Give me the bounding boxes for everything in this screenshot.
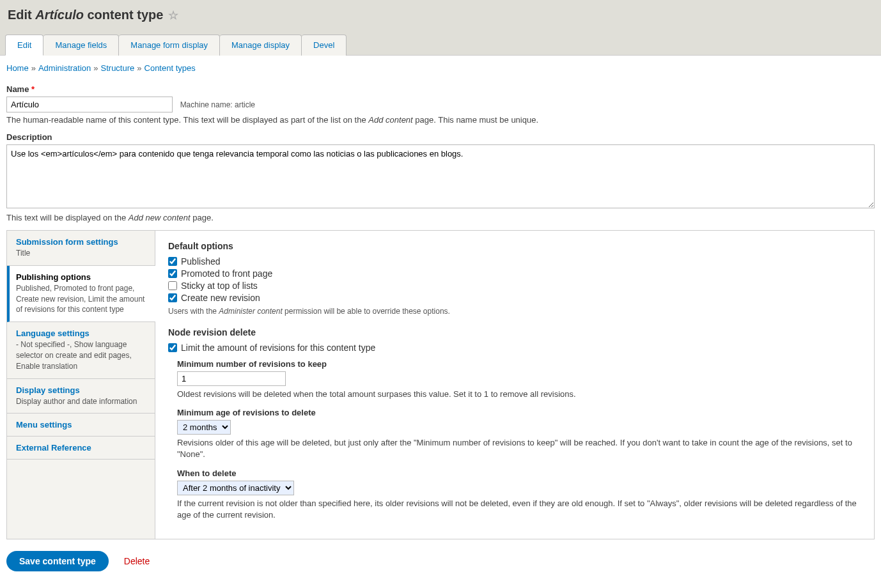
when-delete-label: When to delete [177, 468, 861, 478]
vtab-external-reference[interactable]: External Reference [7, 437, 155, 460]
option-label: Sticky at top of lists [181, 281, 258, 291]
description-textarea[interactable] [6, 144, 875, 208]
page-title-em: Artículo [35, 8, 84, 22]
description-label: Description [6, 132, 875, 142]
option-label: Create new revision [181, 293, 260, 303]
breadcrumb-separator: » [31, 63, 36, 73]
save-button[interactable]: Save content type [6, 551, 109, 571]
vtab-summary: Display author and date information [16, 396, 146, 407]
page-title: Edit Artículo content type ☆ [5, 5, 876, 34]
tab-manage-display[interactable]: Manage display [220, 35, 302, 56]
breadcrumb-link[interactable]: Administration [38, 63, 91, 73]
vtab-language-settings[interactable]: Language settings- Not specified -, Show… [7, 322, 155, 378]
option-published-checkbox[interactable] [168, 257, 177, 266]
vtab-summary: Title [16, 248, 146, 259]
when-delete-desc: If the current revision is not older tha… [177, 498, 861, 521]
default-options-help: Users with the Administer content permis… [168, 307, 861, 316]
tab-manage-fields[interactable]: Manage fields [43, 35, 119, 56]
breadcrumb-separator: » [137, 63, 141, 73]
min-keep-label: Minimum number of revisions to keep [177, 359, 861, 369]
vtab-summary: Published, Promoted to front page, Creat… [16, 283, 146, 315]
vtab-menu-settings[interactable]: Menu settings [7, 414, 155, 437]
min-age-select[interactable]: 2 months [177, 420, 231, 435]
name-description: The human-readable name of this content … [6, 115, 875, 125]
limit-revisions-label: Limit the amount of revisions for this c… [181, 343, 375, 353]
breadcrumb: Home»Administration»Structure»Content ty… [6, 63, 875, 73]
vtab-display-settings[interactable]: Display settingsDisplay author and date … [7, 379, 155, 414]
vtab-submission-form-settings[interactable]: Submission form settingsTitle [7, 231, 155, 266]
name-input[interactable] [6, 97, 173, 112]
breadcrumb-link[interactable]: Structure [101, 63, 135, 73]
tab-devel[interactable]: Devel [302, 35, 347, 56]
breadcrumb-separator: » [93, 63, 98, 73]
description-help: This text will be displayed on the Add n… [6, 213, 875, 222]
option-promoted-to-front-page-checkbox[interactable] [168, 269, 177, 278]
star-icon[interactable]: ☆ [168, 8, 178, 22]
min-age-desc: Revisions older of this age will be dele… [177, 437, 861, 460]
vertical-tabs: Submission form settingsTitlePublishing … [6, 230, 875, 539]
vertical-tabs-menu: Submission form settingsTitlePublishing … [7, 231, 155, 539]
node-revision-delete-legend: Node revision delete [168, 327, 861, 337]
vtab-publishing-options[interactable]: Publishing optionsPublished, Promoted to… [7, 266, 155, 322]
breadcrumb-link[interactable]: Home [6, 63, 29, 73]
option-label: Promoted to front page [181, 268, 272, 279]
vertical-tabs-content: Default options PublishedPromoted to fro… [155, 231, 874, 539]
vtab-title: Menu settings [16, 420, 146, 429]
option-create-new-revision-checkbox[interactable] [168, 293, 177, 302]
page-title-suffix: content type [87, 8, 163, 22]
vtab-title: Language settings [16, 329, 146, 338]
tab-manage-form-display[interactable]: Manage form display [119, 35, 220, 56]
min-keep-input[interactable] [177, 371, 286, 386]
default-options-legend: Default options [168, 241, 861, 251]
option-label: Published [181, 256, 221, 267]
name-label: Name * [6, 84, 875, 94]
page-title-prefix: Edit [8, 8, 32, 22]
vtab-title: Publishing options [16, 272, 146, 282]
vtab-title: Display settings [16, 385, 146, 395]
when-delete-select[interactable]: After 2 months of inactivity [177, 481, 294, 495]
vtab-summary: - Not specified -, Show language selecto… [16, 339, 146, 371]
option-sticky-at-top-of-lists-checkbox[interactable] [168, 281, 177, 290]
vtab-title: Submission form settings [16, 237, 146, 247]
min-age-label: Minimum age of revisions to delete [177, 408, 861, 417]
vtab-title: External Reference [16, 443, 146, 453]
breadcrumb-link[interactable]: Content types [144, 63, 196, 73]
limit-revisions-checkbox[interactable] [168, 343, 177, 352]
machine-name-label: Machine name: article [180, 100, 255, 109]
primary-tabs: EditManage fieldsManage form displayMana… [5, 34, 876, 55]
min-keep-desc: Oldest revisions will be deleted when th… [177, 389, 861, 400]
tab-edit[interactable]: Edit [5, 35, 43, 56]
delete-link[interactable]: Delete [124, 556, 150, 566]
